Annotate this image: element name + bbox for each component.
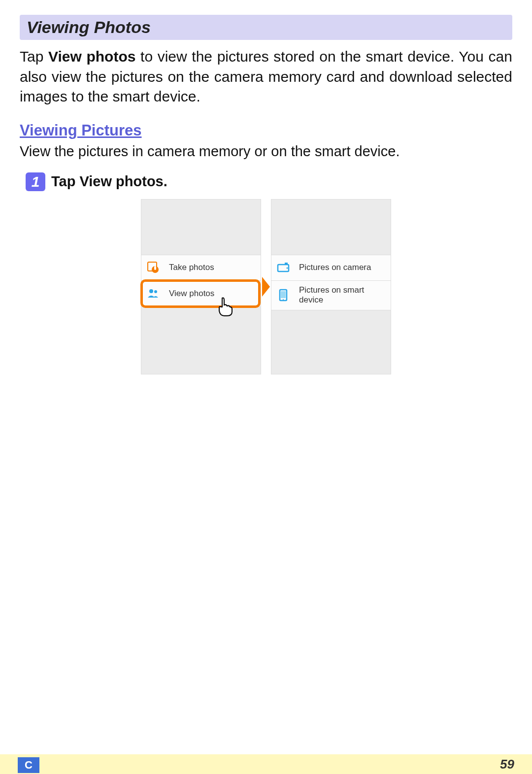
menu-label: Pictures on camera	[299, 263, 371, 272]
menu-label: View photos	[169, 289, 214, 299]
svg-point-11	[283, 299, 284, 300]
camera-device-icon	[276, 261, 290, 274]
screenshots-row: Take photos View photos	[20, 199, 512, 374]
sub-text: View the pictures in camera memory or on…	[20, 143, 512, 160]
menu-item-pictures-camera[interactable]: Pictures on camera	[271, 255, 391, 281]
svg-rect-2	[154, 266, 156, 270]
svg-marker-5	[262, 277, 270, 297]
step-prefix: Tap	[51, 173, 79, 189]
menu-label: Pictures on smart device	[299, 285, 386, 305]
arrow-right-icon	[262, 277, 270, 297]
people-icon	[146, 287, 160, 301]
camera-tap-icon	[146, 261, 160, 274]
menu-label: Take photos	[169, 263, 214, 272]
page-footer: C 59	[0, 754, 532, 774]
page-number: 59	[500, 757, 514, 772]
intro-prefix: Tap	[20, 48, 48, 65]
svg-rect-10	[281, 291, 286, 298]
svg-point-8	[287, 268, 288, 269]
sub-heading: Viewing Pictures	[20, 122, 512, 139]
step-bold: View photos	[79, 173, 163, 189]
section-heading: Viewing Photos	[20, 15, 512, 40]
svg-point-4	[154, 290, 157, 293]
intro-paragraph: Tap View photos to view the pictures sto…	[20, 47, 512, 107]
right-app-screen: Pictures on camera Pictures on smart dev…	[271, 199, 391, 374]
svg-point-3	[149, 289, 153, 293]
smart-device-icon	[276, 288, 290, 302]
menu-item-view-photos[interactable]: View photos	[141, 281, 261, 307]
left-app-screen: Take photos View photos	[141, 199, 261, 374]
svg-rect-7	[285, 263, 288, 265]
step-suffix: .	[164, 173, 167, 189]
menu-item-take-photos[interactable]: Take photos	[141, 255, 261, 281]
menu-item-pictures-smart-device[interactable]: Pictures on smart device	[271, 281, 391, 310]
intro-bold: View photos	[48, 48, 135, 65]
section-tab: C	[18, 757, 39, 773]
step-number-badge: 1	[26, 172, 45, 191]
step-instruction: Tap View photos.	[51, 173, 167, 190]
step-row: 1 Tap View photos.	[26, 172, 512, 191]
